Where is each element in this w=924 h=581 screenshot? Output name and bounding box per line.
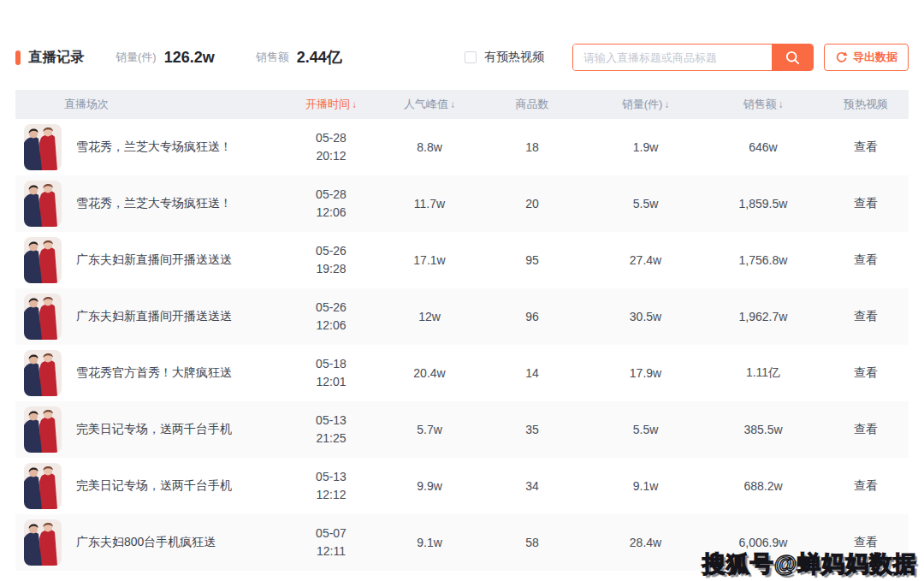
- stat-sales-count: 销量(件) 126.2w: [116, 49, 215, 67]
- sales-count: 5.5w: [588, 423, 703, 436]
- host-avatar: [24, 463, 62, 509]
- table-header: 直播场次 开播时间↓ 人气峰值↓ 商品数 销量(件)↓ 销售额↓ 预热视频: [15, 90, 909, 119]
- product-count: 18: [477, 140, 588, 154]
- search-icon: [785, 50, 801, 66]
- start-clock: 19:28: [280, 260, 382, 278]
- live-records-page: 直播记录 销量(件) 126.2w 销售额 2.44亿 有预热视频: [0, 0, 924, 581]
- start-time: 05-26 12:06: [280, 299, 382, 335]
- gmv: 385.5w: [703, 423, 823, 436]
- stat-gmv: 销售额 2.44亿: [256, 47, 342, 68]
- view-link[interactable]: 查看: [854, 139, 878, 153]
- col-gmv-sort[interactable]: 销售额↓: [703, 97, 823, 112]
- start-time: 05-28 20:12: [280, 129, 382, 165]
- title-accent-bar: [15, 50, 21, 65]
- preheat-video-checkbox[interactable]: [465, 51, 477, 63]
- start-date: 05-28: [280, 129, 382, 147]
- col-peak-viewers-sort[interactable]: 人气峰值↓: [382, 97, 477, 112]
- peak-viewers: 20.4w: [382, 366, 477, 380]
- gmv: 688.2w: [703, 479, 823, 493]
- table-row: 雪花秀，兰芝大专场疯狂送！ 05-28 20:12 8.8w 18 1.9w 6…: [15, 119, 909, 175]
- product-count: 96: [477, 310, 588, 323]
- col-preheat-video: 预热视频: [823, 97, 909, 112]
- table-body: 雪花秀，兰芝大专场疯狂送！ 05-28 20:12 8.8w 18 1.9w 6…: [15, 119, 909, 571]
- table-row: 广东夫妇新直播间开播送送送 05-26 12:06 12w 96 30.5w 1…: [15, 288, 909, 345]
- col-product-count: 商品数: [477, 97, 588, 112]
- col-start-time-sort[interactable]: 开播时间↓: [280, 97, 382, 112]
- live-title: 完美日记专场，送两千台手机: [76, 422, 232, 437]
- host-avatar: [24, 406, 62, 453]
- sort-down-icon: ↓: [450, 98, 455, 110]
- table-row: 雪花秀，兰芝大专场疯狂送！ 05-28 12:06 11.7w 20 5.5w …: [15, 175, 909, 232]
- host-avatar: [24, 237, 62, 283]
- peak-viewers: 11.7w: [382, 197, 477, 210]
- start-time: 05-26 19:28: [280, 242, 382, 278]
- page-title: 直播记录: [28, 49, 85, 67]
- host-avatar: [24, 124, 62, 170]
- search-input[interactable]: [573, 44, 772, 70]
- peak-viewers: 8.8w: [382, 140, 477, 154]
- topbar: 直播记录 销量(件) 126.2w 销售额 2.44亿 有预热视频: [15, 43, 909, 72]
- col-sales-count-sort[interactable]: 销量(件)↓: [588, 97, 703, 112]
- table-row: 广东夫妇新直播间开播送送送 05-26 19:28 17.1w 95 27.4w…: [15, 232, 909, 288]
- stat-label: 销售额: [256, 50, 289, 65]
- host-avatar: [24, 519, 62, 566]
- view-link[interactable]: 查看: [854, 478, 878, 492]
- export-label: 导出数据: [853, 50, 897, 65]
- search-button[interactable]: [772, 44, 813, 70]
- gmv: 6,006.9w: [703, 536, 823, 549]
- search-group: [572, 44, 814, 71]
- view-link[interactable]: 查看: [854, 535, 878, 548]
- peak-viewers: 5.7w: [382, 423, 477, 436]
- live-title: 雪花秀官方首秀！大牌疯狂送: [76, 365, 232, 381]
- start-date: 05-13: [280, 412, 382, 430]
- live-records-table: 直播场次 开播时间↓ 人气峰值↓ 商品数 销量(件)↓ 销售额↓ 预热视频: [15, 90, 909, 571]
- start-clock: 21:25: [280, 430, 382, 448]
- start-clock: 20:12: [280, 147, 382, 165]
- peak-viewers: 17.1w: [382, 253, 477, 267]
- start-time: 05-18 12:01: [280, 355, 382, 391]
- view-link[interactable]: 查看: [854, 196, 878, 210]
- start-date: 05-07: [280, 525, 382, 542]
- table-row: 完美日记专场，送两千台手机 05-13 12:12 9.9w 34 9.1w 6…: [15, 458, 909, 514]
- sort-down-icon: ↓: [779, 98, 784, 110]
- start-date: 05-13: [280, 468, 382, 486]
- stat-value: 126.2w: [164, 49, 215, 67]
- peak-viewers: 9.1w: [382, 536, 477, 549]
- start-time: 05-13 21:25: [280, 412, 382, 448]
- col-live-session: 直播场次: [15, 97, 280, 112]
- view-link[interactable]: 查看: [854, 252, 878, 266]
- start-clock: 12:12: [280, 486, 382, 504]
- start-date: 05-26: [280, 242, 382, 260]
- start-clock: 12:01: [280, 373, 382, 391]
- host-avatar: [24, 293, 62, 340]
- gmv: 1,756.8w: [703, 253, 823, 267]
- preheat-video-filter: 有预热视频: [465, 50, 544, 65]
- preheat-video-label: 有预热视频: [484, 50, 544, 65]
- product-count: 14: [477, 366, 588, 380]
- start-clock: 12:11: [280, 542, 382, 560]
- sales-count: 27.4w: [588, 253, 703, 267]
- export-data-button[interactable]: 导出数据: [824, 44, 909, 71]
- live-title: 雪花秀，兰芝大专场疯狂送！: [76, 196, 232, 211]
- stat-value: 2.44亿: [297, 47, 342, 68]
- peak-viewers: 9.9w: [382, 479, 477, 493]
- product-count: 95: [477, 253, 588, 267]
- sales-count: 5.5w: [588, 197, 703, 210]
- host-avatar: [24, 350, 62, 396]
- product-count: 58: [477, 536, 588, 549]
- product-count: 35: [477, 423, 588, 436]
- sales-count: 9.1w: [588, 479, 703, 493]
- watermark: 搜狐号@蝉妈妈数据: [702, 548, 917, 579]
- live-title: 广东夫妇800台手机疯狂送: [76, 535, 216, 550]
- sort-down-icon: ↓: [352, 98, 357, 110]
- peak-viewers: 12w: [382, 310, 477, 323]
- sort-down-icon: ↓: [664, 98, 669, 110]
- view-link[interactable]: 查看: [854, 365, 878, 379]
- start-time: 05-28 12:06: [280, 186, 382, 222]
- view-link[interactable]: 查看: [854, 422, 878, 436]
- start-time: 05-07 12:11: [280, 525, 382, 560]
- stat-label: 销量(件): [116, 50, 157, 65]
- gmv: 1,859.5w: [703, 197, 823, 210]
- view-link[interactable]: 查看: [854, 309, 878, 323]
- host-avatar: [24, 181, 62, 227]
